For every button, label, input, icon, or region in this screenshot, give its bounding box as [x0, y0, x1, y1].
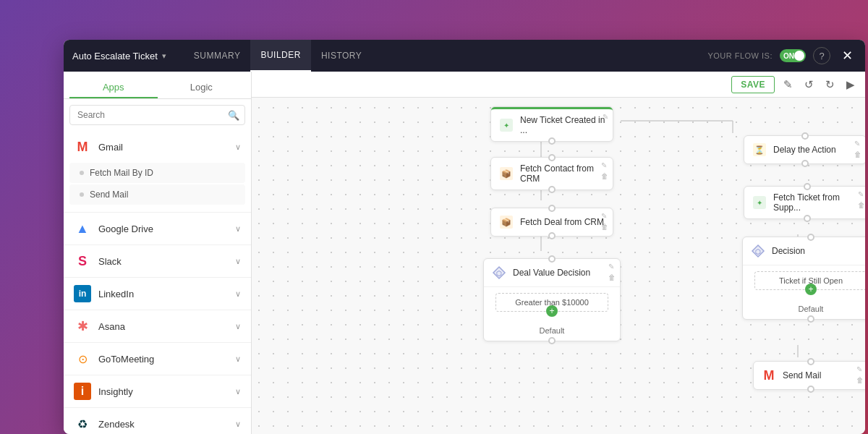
close-button[interactable]: ✕ — [838, 46, 856, 65]
fetch-contact-actions: ✎ 🗑 — [601, 161, 608, 182]
gotomeeting-icon: ⊙ — [74, 350, 91, 367]
help-button[interactable]: ? — [813, 47, 830, 64]
item-dot — [80, 192, 84, 197]
undo-icon[interactable]: ↺ — [801, 77, 817, 93]
play-icon[interactable]: ▶ — [843, 77, 858, 93]
add-branch-button[interactable]: + — [805, 284, 817, 295]
list-item[interactable]: Send Mail — [69, 184, 245, 205]
edit-icon[interactable]: ✎ — [856, 365, 864, 375]
toggle-text: ON — [783, 52, 794, 60]
app-header-insightly[interactable]: i Insightly ∨ — [64, 375, 251, 407]
fetch-ticket-node[interactable]: ✦ Fetch Ticket from Supp... ✎ 🗑 — [744, 186, 865, 219]
trigger-title: New Ticket Created in ... — [520, 115, 605, 135]
app-section-linkedin: in LinkedIn ∨ — [64, 278, 251, 310]
title-chevron[interactable]: ▾ — [162, 51, 166, 61]
top-connector — [548, 154, 556, 161]
svg-text:✦: ✦ — [757, 199, 762, 207]
asana-name: Asana — [98, 321, 235, 332]
edit-node-icon[interactable]: ✎ — [603, 112, 608, 122]
delay-node[interactable]: ⏳ Delay the Action ✎ 🗑 — [744, 135, 865, 164]
delete-icon[interactable]: 🗑 — [856, 375, 864, 386]
delete-icon[interactable]: 🗑 — [858, 200, 865, 210]
fetch-ticket-title: Fetch Ticket from Supp... — [773, 192, 862, 213]
redo-icon[interactable]: ↻ — [822, 77, 838, 93]
linkedin-chevron: ∨ — [235, 289, 241, 299]
main-content: Apps Logic 🔍 M Gmail ∨ Fetch Mail By ID — [64, 72, 865, 434]
header-right: YOUR FLOW IS: ON ? ✕ — [707, 46, 856, 65]
fetch-deal-node[interactable]: 📦 Fetch Deal from CRM ✎ 🗑 — [490, 208, 613, 237]
default-connector — [548, 337, 556, 344]
nav-history[interactable]: HISTORY — [311, 40, 372, 72]
slack-icon: S — [74, 252, 91, 270]
app-header-gotomeeting[interactable]: ⊙ GoToMeeting ∨ — [64, 343, 251, 375]
nav-builder[interactable]: BUILDER — [250, 40, 311, 72]
delay-title: Delay the Action — [773, 145, 859, 155]
linkedin-icon: in — [74, 285, 91, 302]
decision-default: Default — [743, 299, 865, 319]
edit-icon[interactable]: ✎ — [608, 262, 616, 272]
app-section-gmail: M Gmail ∨ Fetch Mail By ID Send Mail — [64, 131, 251, 213]
top-connector — [548, 255, 556, 263]
trigger-actions: ✎ — [603, 112, 608, 122]
delete-icon[interactable]: 🗑 — [601, 171, 608, 182]
app-header-gmail[interactable]: M Gmail ∨ — [64, 131, 251, 163]
canvas-toolbar: SAVE ✎ ↺ ↻ ▶ — [252, 72, 865, 98]
send-mail-node[interactable]: M Send Mail ✎ 🗑 — [753, 361, 865, 390]
decision-title: Decision — [772, 246, 865, 256]
trigger-node[interactable]: ✦ New Ticket Created in ... ✎ — [490, 106, 613, 142]
save-button[interactable]: SAVE — [731, 76, 775, 93]
search-box: 🔍 — [69, 105, 245, 125]
gmail-icon: M — [74, 138, 91, 156]
nav-summary[interactable]: SUMMARY — [184, 40, 251, 72]
app-header-linkedin[interactable]: in LinkedIn ∨ — [64, 278, 251, 310]
list-item[interactable]: Fetch Mail By ID — [69, 163, 245, 183]
delay-actions: ✎ 🗑 — [854, 139, 861, 160]
edit-icon[interactable]: ✎ — [858, 190, 865, 200]
svg-text:📦: 📦 — [501, 217, 511, 227]
edit-icon[interactable]: ✎ — [601, 211, 608, 221]
add-branch-button[interactable]: + — [546, 305, 558, 317]
insightly-name: Insightly — [98, 386, 235, 397]
edit-icon[interactable]: ✎ — [854, 139, 861, 149]
app-section-gotomeeting: ⊙ GoToMeeting ∨ — [64, 343, 251, 375]
ticket-branch[interactable]: Ticket if Still Open + — [754, 271, 865, 290]
gotomeeting-chevron: ∨ — [235, 354, 241, 364]
app-header-asana[interactable]: ✱ Asana ∨ — [64, 310, 251, 342]
bottom-connector — [548, 232, 556, 239]
app-section-slack: S Slack ∨ — [64, 245, 251, 278]
app-header-gdrive[interactable]: ▲ Google Drive ∨ — [64, 213, 251, 244]
delay-icon: ⏳ — [752, 142, 767, 158]
app-header-slack[interactable]: S Slack ∨ — [64, 245, 251, 277]
zendesk-icon: ♻ — [74, 415, 91, 433]
delete-icon[interactable]: 🗑 — [601, 222, 608, 232]
tab-apps[interactable]: Apps — [69, 77, 158, 98]
gotomeeting-name: GoToMeeting — [98, 354, 235, 365]
decision-node[interactable]: ⬡ Decision ✎ 🗑 Ticket if Still Open + — [742, 237, 865, 320]
delete-icon[interactable]: 🗑 — [608, 273, 616, 283]
gmail-items: Fetch Mail By ID Send Mail — [64, 163, 251, 212]
deal-default: Default — [484, 320, 620, 341]
svg-text:📦: 📦 — [501, 169, 511, 179]
slack-name: Slack — [98, 256, 235, 267]
zendesk-chevron: ∨ — [235, 420, 241, 429]
header-nav: SUMMARY BUILDER HISTORY — [184, 40, 373, 72]
fetch-contact-icon: 📦 — [498, 166, 514, 182]
edit-icon[interactable]: ✎ — [780, 77, 796, 93]
edit-icon[interactable]: ✎ — [601, 161, 608, 171]
deal-decision-node[interactable]: ⬡ Deal Value Decision ✎ 🗑 Greater than $… — [483, 258, 621, 341]
tab-logic[interactable]: Logic — [158, 77, 246, 98]
header: Auto Escalate Ticket ▾ SUMMARY BUILDER H… — [64, 40, 865, 72]
search-input[interactable] — [69, 105, 245, 125]
flow-toggle[interactable]: ON — [780, 49, 806, 62]
app-header-zendesk[interactable]: ♻ Zendesk ∨ — [64, 408, 251, 434]
workflow-name: Auto Escalate Ticket — [72, 51, 158, 61]
delete-icon[interactable]: 🗑 — [854, 150, 861, 160]
search-icon: 🔍 — [228, 110, 239, 121]
svg-text:⬡: ⬡ — [755, 248, 761, 255]
item-label: Fetch Mail By ID — [90, 168, 153, 178]
bottom-connector — [804, 215, 811, 222]
deal-default-label: Default — [540, 326, 565, 335]
header-title: Auto Escalate Ticket ▾ — [72, 51, 166, 61]
deal-branch[interactable]: Greater than $10000 + — [495, 293, 608, 312]
fetch-contact-node[interactable]: 📦 Fetch Contact from CRM ✎ 🗑 — [490, 157, 613, 190]
